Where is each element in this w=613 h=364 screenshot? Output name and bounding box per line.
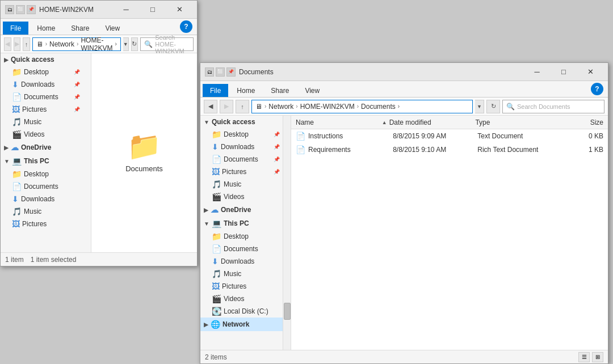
folder-icon-desktop-pc-w1: 📁 [12,170,22,179]
quick-access-label-w2: Quick access [212,118,255,126]
tab-share-w1[interactable]: Share [64,22,96,35]
documents-folder-label-w1: Documents [125,164,163,173]
file-area-w2: Name ▲ Date modified Type Size 📄 Instruc… [291,116,608,350]
help-btn-w2[interactable]: ? [591,83,603,95]
sidebar-w2: ▼ Quick access 📁 Desktop 📌 ⬇ Downloads 📌… [200,116,291,350]
sidebar-scrolltrack-w2[interactable] [283,116,291,350]
refresh-btn-w1[interactable]: ↻ [131,37,138,51]
close-btn-w2[interactable]: ✕ [577,64,603,80]
col-header-date[interactable]: Date modified [389,118,473,126]
forward-btn-w1[interactable]: ▶ [14,37,21,51]
sidebar-item-pictures-w2[interactable]: 🖼 Pictures 📌 [200,166,283,178]
video-icon-pc-w2: 🎬 [212,294,221,303]
sidebar-item-music-pc-w1[interactable]: 🎵 Music [1,205,83,218]
sidebar-item-music-w1[interactable]: 🎵 Music [1,116,83,128]
sidebar-item-music-w2[interactable]: 🎵 Music [200,178,283,191]
image-icon-pc-w1: 🖼 [12,219,20,228]
sidebar-item-documents-pc-w2[interactable]: 📄 Documents [200,243,283,255]
col-header-type[interactable]: Type [475,118,559,126]
back-btn-w2[interactable]: ◀ [204,100,217,113]
sidebar-item-desktop-w2[interactable]: 📁 Desktop 📌 [200,128,283,141]
sidebar-item-documents-pc-w1[interactable]: 📄 Documents [1,180,83,193]
sidebar-item-downloads-w1[interactable]: ⬇ Downloads 📌 [1,78,83,91]
sidebar-section-onedrive-w2[interactable]: ▶ ☁ OneDrive [200,203,283,217]
network-icon-w2: 🌐 [211,320,220,329]
video-icon-w1: 🎬 [12,130,22,139]
pin-desktop-w1: 📌 [74,69,80,75]
search-box-w2[interactable]: 🔍 Search Documents [502,100,604,113]
file-date-instructions: 8/8/2015 9:09 AM [393,132,475,140]
tab-file-w1[interactable]: File [3,22,28,35]
file-row-requirements[interactable]: 📄 Requirements 8/8/2015 9:10 AM Rich Tex… [291,143,608,156]
path-network-w2: Network [268,103,293,111]
refresh-btn-w2[interactable]: ↻ [486,100,500,113]
grid-view-btn-w2[interactable]: ⊞ [592,352,603,362]
sidebar-item-desktop-w1[interactable]: 📁 Desktop 📌 [1,66,83,78]
address-bar-w2: ◀ ▶ ↑ 🖥 › Network › HOME-WIN2KVM › Docum… [200,98,608,116]
tab-home-w2[interactable]: Home [229,84,262,97]
sidebar-scrollthumb-w2[interactable] [284,303,291,320]
file-row-instructions[interactable]: 📄 Instructions 8/8/2015 9:09 AM Text Doc… [291,129,608,143]
file-icon-instructions: 📄 [296,132,306,141]
list-view-btn-w2[interactable]: ☰ [578,352,590,362]
sidebar-item-videos-w1[interactable]: 🎬 Videos [1,128,83,141]
tab-share-w2[interactable]: Share [263,84,296,97]
address-bar-w1: ◀ ▶ ↑ 🖥 › Network › HOME-WIN2KVM › ▼ ↻ 🔍… [1,35,197,53]
back-btn-w1[interactable]: ◀ [4,37,11,51]
search-box-w1[interactable]: 🔍 Search HOME-WIN2KVM [140,37,194,51]
search-icon-w2: 🔍 [506,103,515,111]
sidebar-item-pictures-pc-w2[interactable]: 🖼 Pictures [200,280,283,293]
sidebar-section-thispc-w2[interactable]: ▼ 💻 This PC [200,217,283,230]
tab-view-w2[interactable]: View [297,84,327,97]
selection-count-w1: 1 item selected [31,256,77,264]
address-dropdown-w1[interactable]: ▼ [123,37,129,51]
sidebar-item-videos-w2[interactable]: 🎬 Videos [200,191,283,203]
desktop-pc-label-w1: Desktop [24,170,49,178]
sidebar-item-videos-pc-w2[interactable]: 🎬 Videos [200,293,283,305]
help-btn-w1[interactable]: ? [180,20,192,33]
sidebar-section-network-w2[interactable]: ▶ 🌐 Network [200,318,283,331]
sidebar-item-downloads-w2[interactable]: ⬇ Downloads 📌 [200,141,283,153]
forward-btn-w2[interactable]: ▶ [220,100,233,113]
sidebar-item-documents-w2[interactable]: 📄 Documents 📌 [200,153,283,166]
sidebar-section-quick-access-w1[interactable]: ▶ Quick access [1,53,83,66]
chevron-onedrive-w2: ▶ [204,207,208,213]
file-size-instructions: 0 KB [562,132,603,140]
onedrive-label-w1: OneDrive [21,143,51,151]
sidebar-item-documents-w1[interactable]: 📄 Documents 📌 [1,91,83,103]
sidebar-item-pictures-w1[interactable]: 🖼 Pictures 📌 [1,103,83,116]
col-header-name[interactable]: Name [296,118,380,126]
pin-pictures-w1: 📌 [74,107,80,112]
address-path-w1[interactable]: 🖥 › Network › HOME-WIN2KVM › [32,37,121,51]
tab-home-w1[interactable]: Home [30,22,62,35]
item-count-w1: 1 item [5,256,24,264]
documents-label-w2: Documents [224,155,258,163]
minimize-btn-w2[interactable]: ─ [524,64,550,80]
close-btn-w1[interactable]: ✕ [166,2,192,18]
sidebar-section-onedrive-w1[interactable]: ▶ ☁ OneDrive [1,141,83,154]
maximize-btn-w2[interactable]: □ [551,64,577,80]
documents-folder-icon-w1[interactable]: 📁 [127,133,161,161]
up-btn-w2[interactable]: ↑ [236,100,249,113]
sidebar-item-music-pc-w2[interactable]: 🎵 Music [200,268,283,280]
doc-icon-pc-w1: 📄 [12,182,22,191]
sidebar-section-thispc-w1[interactable]: ▼ 💻 This PC [1,154,83,168]
address-path-w2[interactable]: 🖥 › Network › HOME-WIN2KVM › Documents › [251,100,473,113]
address-dropdown-w2[interactable]: ▼ [475,100,484,113]
sidebar-item-pictures-pc-w1[interactable]: 🖼 Pictures [1,218,83,230]
minimize-btn-w1[interactable]: ─ [113,2,139,18]
window1: 🗂 ⬜ 📌 HOME-WIN2KVM ─ □ ✕ File Home Share… [0,0,198,266]
maximize-btn-w1[interactable]: □ [140,2,166,18]
sidebar-item-desktop-pc-w1[interactable]: 📁 Desktop [1,168,83,180]
path-network-w1: Network [49,40,74,48]
sidebar-section-quick-access-w2[interactable]: ▼ Quick access [200,116,283,128]
up-btn-w1[interactable]: ↑ [23,37,30,51]
tab-file-w2[interactable]: File [203,84,228,97]
sidebar-item-localdisk-w2[interactable]: 💽 Local Disk (C:) [200,305,283,318]
tab-view-w1[interactable]: View [98,22,127,35]
downloads-pc-label-w2: Downloads [221,257,254,265]
col-header-size[interactable]: Size [561,118,603,126]
sidebar-item-desktop-pc-w2[interactable]: 📁 Desktop [200,230,283,243]
sidebar-item-downloads-pc-w2[interactable]: ⬇ Downloads [200,255,283,268]
sidebar-item-downloads-pc-w1[interactable]: ⬇ Downloads [1,193,83,205]
